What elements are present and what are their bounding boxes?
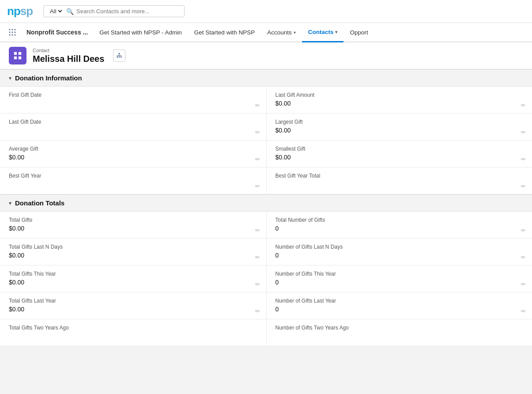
first-gift-date-label: First Gift Date xyxy=(9,92,257,98)
number-of-gifts-last-year-value: 0 xyxy=(275,306,524,314)
total-gifts-two-years-ago-value xyxy=(9,333,257,341)
contact-name: Melissa Hill Dees xyxy=(33,54,104,64)
last-gift-date-value xyxy=(9,127,257,136)
nav-item-get-started[interactable]: Get Started with NPSP xyxy=(188,23,261,42)
first-gift-date-cell: First Gift Date ✏ xyxy=(0,87,266,114)
largest-gift-edit-icon[interactable]: ✏ xyxy=(521,129,526,136)
total-number-of-gifts-value: 0 xyxy=(275,225,524,234)
total-gifts-edit-icon[interactable]: ✏ xyxy=(255,227,260,234)
total-gifts-label: Total Gifts xyxy=(9,217,257,223)
total-gifts-this-year-cell: Total Gifts This Year $0.00 ✏ xyxy=(0,265,266,292)
grid-menu-button[interactable] xyxy=(4,23,21,42)
last-gift-amount-value: $0.00 xyxy=(275,100,524,109)
total-gifts-two-years-ago-label: Total Gifts Two Years Ago xyxy=(9,325,257,331)
donation-totals-header: ▾ Donation Totals xyxy=(0,194,532,212)
last-gift-amount-label: Last Gift Amount xyxy=(275,92,524,98)
average-gift-value: $0.00 xyxy=(9,154,257,163)
contact-label: Contact xyxy=(33,48,104,53)
best-gift-year-total-cell: Best Gift Year Total ✏ xyxy=(266,167,532,194)
smallest-gift-label: Smallest Gift xyxy=(275,146,524,152)
svg-rect-9 xyxy=(14,52,17,55)
number-of-gifts-last-year-cell: Number of Gifts Last Year 0 ✏ xyxy=(266,292,532,319)
number-of-gifts-last-n-days-value: 0 xyxy=(275,252,524,261)
total-gifts-value: $0.00 xyxy=(9,225,257,234)
number-of-gifts-last-n-days-label: Number of Gifts Last N Days xyxy=(275,244,524,250)
svg-rect-12 xyxy=(19,57,21,59)
total-gifts-two-years-ago-cell: Total Gifts Two Years Ago xyxy=(0,319,266,346)
contact-info: Contact Melissa Hill Dees xyxy=(33,48,104,64)
search-bar[interactable]: AllAll 🔍 xyxy=(43,5,185,17)
smallest-gift-edit-icon[interactable]: ✏ xyxy=(521,156,526,163)
nav-item-get-started-admin[interactable]: Get Started with NPSP - Admin xyxy=(93,23,188,42)
number-of-gifts-two-years-ago-label: Number of Gifts Two Years Ago xyxy=(275,325,524,331)
donation-info-collapse-icon[interactable]: ▾ xyxy=(9,75,11,81)
contact-icon-box xyxy=(9,47,26,64)
nav-bar: Nonprofit Success ... Get Started with N… xyxy=(0,23,532,42)
svg-point-5 xyxy=(15,32,16,33)
donation-totals-section: ▾ Donation Totals Total Gifts $0.00 ✏ To… xyxy=(0,194,532,346)
last-gift-date-label: Last Gift Date xyxy=(9,119,257,125)
total-gifts-last-n-days-value: $0.00 xyxy=(9,252,257,261)
contacts-chevron-icon: ▾ xyxy=(335,30,337,34)
number-of-gifts-last-n-days-edit-icon[interactable]: ✏ xyxy=(521,254,526,261)
best-gift-year-edit-icon[interactable]: ✏ xyxy=(255,183,260,189)
number-of-gifts-this-year-edit-icon[interactable]: ✏ xyxy=(521,281,526,288)
number-of-gifts-last-n-days-cell: Number of Gifts Last N Days 0 ✏ xyxy=(266,239,532,265)
svg-point-2 xyxy=(15,29,16,30)
svg-point-0 xyxy=(9,29,11,30)
largest-gift-value: $0.00 xyxy=(275,127,524,136)
svg-point-4 xyxy=(12,32,13,33)
last-gift-date-cell: Last Gift Date ✏ xyxy=(0,114,266,140)
app-name: Nonprofit Success ... xyxy=(21,23,93,42)
svg-point-8 xyxy=(15,34,16,36)
nav-item-accounts[interactable]: Accounts ▾ xyxy=(261,23,302,42)
svg-rect-10 xyxy=(19,52,21,55)
search-input[interactable] xyxy=(76,8,180,15)
number-of-gifts-this-year-cell: Number of Gifts This Year 0 ✏ xyxy=(266,265,532,292)
last-gift-date-edit-icon[interactable]: ✏ xyxy=(255,129,260,136)
logo: npsp xyxy=(7,4,33,18)
number-of-gifts-last-year-label: Number of Gifts Last Year xyxy=(275,298,524,304)
total-number-of-gifts-cell: Total Number of Gifts 0 ✏ xyxy=(266,212,532,239)
average-gift-label: Average Gift xyxy=(9,146,257,152)
svg-point-3 xyxy=(9,32,11,33)
last-gift-amount-edit-icon[interactable]: ✏ xyxy=(521,102,526,109)
total-gifts-last-year-label: Total Gifts Last Year xyxy=(9,298,257,304)
donation-totals-collapse-icon[interactable]: ▾ xyxy=(9,200,11,206)
best-gift-year-value xyxy=(9,181,257,189)
svg-point-6 xyxy=(9,34,11,36)
search-filter-select[interactable]: AllAll xyxy=(48,8,64,15)
total-gifts-last-n-days-edit-icon[interactable]: ✏ xyxy=(255,254,260,261)
number-of-gifts-this-year-value: 0 xyxy=(275,279,524,288)
total-number-of-gifts-label: Total Number of Gifts xyxy=(275,217,524,223)
contact-header: Contact Melissa Hill Dees xyxy=(0,42,532,69)
hierarchy-button[interactable] xyxy=(113,49,125,62)
number-of-gifts-this-year-label: Number of Gifts This Year xyxy=(275,271,524,277)
total-gifts-this-year-value: $0.00 xyxy=(9,279,257,288)
svg-rect-14 xyxy=(117,56,118,57)
nav-item-opport[interactable]: Opport xyxy=(343,23,374,42)
total-gifts-cell: Total Gifts $0.00 ✏ xyxy=(0,212,266,239)
number-of-gifts-last-year-edit-icon[interactable]: ✏ xyxy=(521,308,526,314)
total-gifts-last-year-value: $0.00 xyxy=(9,306,257,314)
donation-information-fields: First Gift Date ✏ Last Gift Amount $0.00… xyxy=(0,87,532,194)
first-gift-date-value xyxy=(9,100,257,109)
donation-totals-fields: Total Gifts $0.00 ✏ Total Number of Gift… xyxy=(0,212,532,346)
total-number-of-gifts-edit-icon[interactable]: ✏ xyxy=(521,227,526,234)
smallest-gift-cell: Smallest Gift $0.00 ✏ xyxy=(266,140,532,167)
number-of-gifts-two-years-ago-value xyxy=(275,333,524,341)
best-gift-year-label: Best Gift Year xyxy=(9,173,257,179)
svg-point-1 xyxy=(12,29,13,30)
best-gift-year-total-label: Best Gift Year Total xyxy=(275,173,524,179)
svg-rect-16 xyxy=(121,56,122,57)
total-gifts-last-year-edit-icon[interactable]: ✏ xyxy=(255,308,260,314)
nav-item-contacts[interactable]: Contacts ▾ xyxy=(302,23,344,42)
main-content: ▾ Donation Information First Gift Date ✏… xyxy=(0,69,532,346)
first-gift-date-edit-icon[interactable]: ✏ xyxy=(255,102,260,109)
largest-gift-label: Largest Gift xyxy=(275,119,524,125)
best-gift-year-total-edit-icon[interactable]: ✏ xyxy=(521,183,526,189)
svg-rect-13 xyxy=(119,53,120,54)
total-gifts-last-n-days-label: Total Gifts Last N Days xyxy=(9,244,257,250)
total-gifts-this-year-edit-icon[interactable]: ✏ xyxy=(255,281,260,288)
average-gift-edit-icon[interactable]: ✏ xyxy=(255,156,260,163)
